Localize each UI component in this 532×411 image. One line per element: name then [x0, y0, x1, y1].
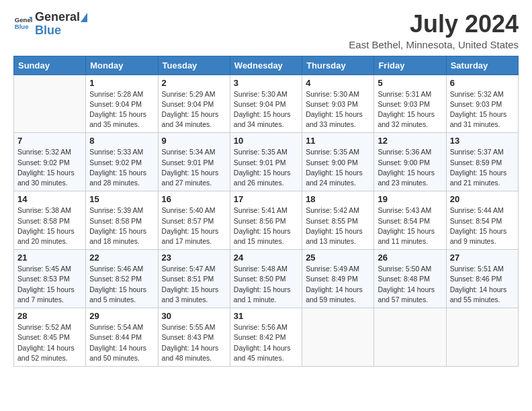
calendar-week-row: 14Sunrise: 5:38 AMSunset: 8:58 PMDayligh… [14, 191, 519, 250]
day-number: 5 [378, 78, 442, 88]
weekday-header: Wednesday [230, 56, 302, 75]
svg-text:Blue: Blue [15, 23, 29, 30]
logo-blue-text: Blue [35, 24, 61, 37]
cell-info: Sunrise: 5:30 AMSunset: 9:03 PMDaylight:… [306, 90, 363, 129]
calendar-cell: 27Sunrise: 5:51 AMSunset: 8:46 PMDayligh… [446, 250, 518, 308]
day-number: 9 [162, 136, 226, 146]
day-number: 19 [378, 194, 442, 204]
day-number: 4 [306, 78, 370, 88]
calendar-cell: 7Sunrise: 5:32 AMSunset: 9:02 PMDaylight… [14, 133, 86, 191]
calendar-cell: 16Sunrise: 5:40 AMSunset: 8:57 PMDayligh… [158, 191, 230, 250]
calendar-cell: 14Sunrise: 5:38 AMSunset: 8:58 PMDayligh… [14, 191, 86, 250]
day-number: 21 [17, 253, 82, 263]
day-number: 31 [234, 311, 298, 321]
day-number: 14 [17, 194, 82, 204]
cell-info: Sunrise: 5:34 AMSunset: 9:01 PMDaylight:… [162, 148, 219, 187]
calendar-cell: 8Sunrise: 5:33 AMSunset: 9:02 PMDaylight… [86, 133, 158, 191]
weekday-header: Tuesday [158, 56, 230, 75]
calendar-cell [374, 308, 446, 367]
day-number: 6 [450, 78, 515, 88]
title-area: July 2024 East Bethel, Minnesota, United… [349, 11, 519, 50]
day-number: 1 [89, 78, 154, 88]
cell-info: Sunrise: 5:41 AMSunset: 8:56 PMDaylight:… [234, 206, 291, 245]
calendar-cell: 30Sunrise: 5:55 AMSunset: 8:43 PMDayligh… [158, 308, 230, 367]
day-number: 17 [234, 194, 298, 204]
cell-info: Sunrise: 5:29 AMSunset: 9:04 PMDaylight:… [162, 90, 219, 129]
calendar-cell [302, 308, 374, 367]
calendar-week-row: 28Sunrise: 5:52 AMSunset: 8:45 PMDayligh… [14, 308, 519, 367]
calendar-week-row: 7Sunrise: 5:32 AMSunset: 9:02 PMDaylight… [14, 133, 519, 191]
calendar-week-row: 21Sunrise: 5:45 AMSunset: 8:53 PMDayligh… [14, 250, 519, 308]
cell-info: Sunrise: 5:28 AMSunset: 9:04 PMDaylight:… [89, 90, 146, 129]
month-title: July 2024 [349, 11, 519, 38]
cell-info: Sunrise: 5:39 AMSunset: 8:58 PMDaylight:… [89, 206, 146, 245]
calendar-cell: 11Sunrise: 5:35 AMSunset: 9:00 PMDayligh… [302, 133, 374, 191]
calendar-cell: 26Sunrise: 5:50 AMSunset: 8:48 PMDayligh… [374, 250, 446, 308]
cell-info: Sunrise: 5:33 AMSunset: 9:02 PMDaylight:… [89, 148, 146, 187]
calendar-cell: 3Sunrise: 5:30 AMSunset: 9:04 PMDaylight… [230, 75, 302, 133]
location-title: East Bethel, Minnesota, United States [349, 39, 519, 50]
weekday-header: Thursday [302, 56, 374, 75]
calendar-cell: 21Sunrise: 5:45 AMSunset: 8:53 PMDayligh… [14, 250, 86, 308]
calendar-cell: 1Sunrise: 5:28 AMSunset: 9:04 PMDaylight… [86, 75, 158, 133]
cell-info: Sunrise: 5:48 AMSunset: 8:50 PMDaylight:… [234, 265, 291, 304]
calendar-table: SundayMondayTuesdayWednesdayThursdayFrid… [13, 56, 519, 367]
cell-info: Sunrise: 5:42 AMSunset: 8:55 PMDaylight:… [306, 206, 363, 245]
calendar-week-row: 1Sunrise: 5:28 AMSunset: 9:04 PMDaylight… [14, 75, 519, 133]
day-number: 25 [306, 253, 370, 263]
weekday-header: Friday [374, 56, 446, 75]
day-number: 15 [89, 194, 154, 204]
calendar-cell: 29Sunrise: 5:54 AMSunset: 8:44 PMDayligh… [86, 308, 158, 367]
calendar-cell: 18Sunrise: 5:42 AMSunset: 8:55 PMDayligh… [302, 191, 374, 250]
cell-info: Sunrise: 5:30 AMSunset: 9:04 PMDaylight:… [234, 90, 291, 129]
calendar-cell: 15Sunrise: 5:39 AMSunset: 8:58 PMDayligh… [86, 191, 158, 250]
cell-info: Sunrise: 5:32 AMSunset: 9:02 PMDaylight:… [17, 148, 75, 187]
calendar-header: SundayMondayTuesdayWednesdayThursdayFrid… [14, 56, 519, 75]
cell-info: Sunrise: 5:35 AMSunset: 9:00 PMDaylight:… [306, 148, 363, 187]
calendar-cell [14, 75, 86, 133]
cell-info: Sunrise: 5:40 AMSunset: 8:57 PMDaylight:… [162, 206, 219, 245]
day-number: 20 [450, 194, 515, 204]
calendar-cell: 6Sunrise: 5:32 AMSunset: 9:03 PMDaylight… [446, 75, 518, 133]
day-number: 18 [306, 194, 370, 204]
calendar-cell: 12Sunrise: 5:36 AMSunset: 9:00 PMDayligh… [374, 133, 446, 191]
day-number: 28 [17, 311, 82, 321]
day-number: 12 [378, 136, 442, 146]
day-number: 2 [162, 78, 226, 88]
day-number: 27 [450, 253, 515, 263]
header: General Blue General Blue July 2024 East… [13, 11, 519, 50]
cell-info: Sunrise: 5:51 AMSunset: 8:46 PMDaylight:… [450, 265, 507, 304]
calendar-cell: 13Sunrise: 5:37 AMSunset: 8:59 PMDayligh… [446, 133, 518, 191]
calendar-cell: 28Sunrise: 5:52 AMSunset: 8:45 PMDayligh… [14, 308, 86, 367]
weekday-header: Sunday [14, 56, 86, 75]
cell-info: Sunrise: 5:38 AMSunset: 8:58 PMDaylight:… [17, 206, 75, 245]
cell-info: Sunrise: 5:56 AMSunset: 8:42 PMDaylight:… [234, 323, 291, 362]
calendar-cell: 31Sunrise: 5:56 AMSunset: 8:42 PMDayligh… [230, 308, 302, 367]
calendar-cell: 25Sunrise: 5:49 AMSunset: 8:49 PMDayligh… [302, 250, 374, 308]
day-number: 10 [234, 136, 298, 146]
day-number: 26 [378, 253, 442, 263]
calendar-cell: 23Sunrise: 5:47 AMSunset: 8:51 PMDayligh… [158, 250, 230, 308]
cell-info: Sunrise: 5:32 AMSunset: 9:03 PMDaylight:… [450, 90, 507, 129]
cell-info: Sunrise: 5:54 AMSunset: 8:44 PMDaylight:… [89, 323, 146, 362]
cell-info: Sunrise: 5:31 AMSunset: 9:03 PMDaylight:… [378, 90, 435, 129]
cell-info: Sunrise: 5:36 AMSunset: 9:00 PMDaylight:… [378, 148, 435, 187]
day-number: 29 [89, 311, 154, 321]
day-number: 3 [234, 78, 298, 88]
cell-info: Sunrise: 5:37 AMSunset: 8:59 PMDaylight:… [450, 148, 507, 187]
calendar-cell [446, 308, 518, 367]
logo-general-text: General [35, 11, 80, 24]
logo-icon: General Blue [13, 13, 32, 35]
calendar-cell: 4Sunrise: 5:30 AMSunset: 9:03 PMDaylight… [302, 75, 374, 133]
calendar-cell: 20Sunrise: 5:44 AMSunset: 8:54 PMDayligh… [446, 191, 518, 250]
day-number: 7 [17, 136, 82, 146]
day-number: 23 [162, 253, 226, 263]
day-number: 22 [89, 253, 154, 263]
cell-info: Sunrise: 5:49 AMSunset: 8:49 PMDaylight:… [306, 265, 363, 304]
cell-info: Sunrise: 5:47 AMSunset: 8:51 PMDaylight:… [162, 265, 219, 304]
calendar-cell: 9Sunrise: 5:34 AMSunset: 9:01 PMDaylight… [158, 133, 230, 191]
calendar-cell: 5Sunrise: 5:31 AMSunset: 9:03 PMDaylight… [374, 75, 446, 133]
calendar-cell: 2Sunrise: 5:29 AMSunset: 9:04 PMDaylight… [158, 75, 230, 133]
day-number: 11 [306, 136, 370, 146]
day-number: 30 [162, 311, 226, 321]
